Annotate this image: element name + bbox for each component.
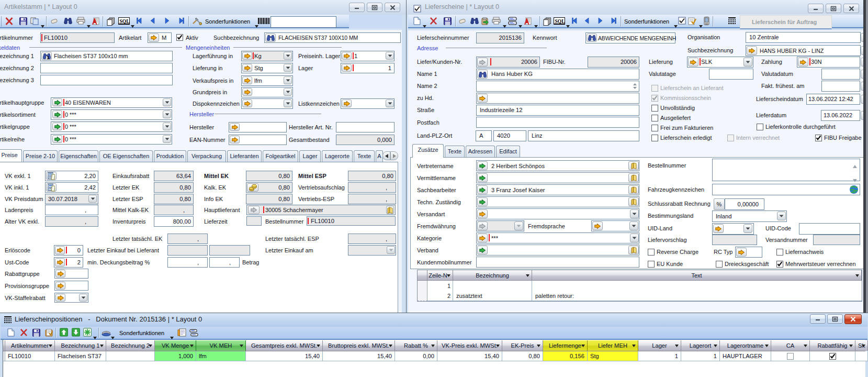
svg-text:1: 1 xyxy=(47,55,49,59)
svg-text:SQL: SQL xyxy=(120,18,130,24)
svg-text:SQL: SQL xyxy=(555,18,565,24)
